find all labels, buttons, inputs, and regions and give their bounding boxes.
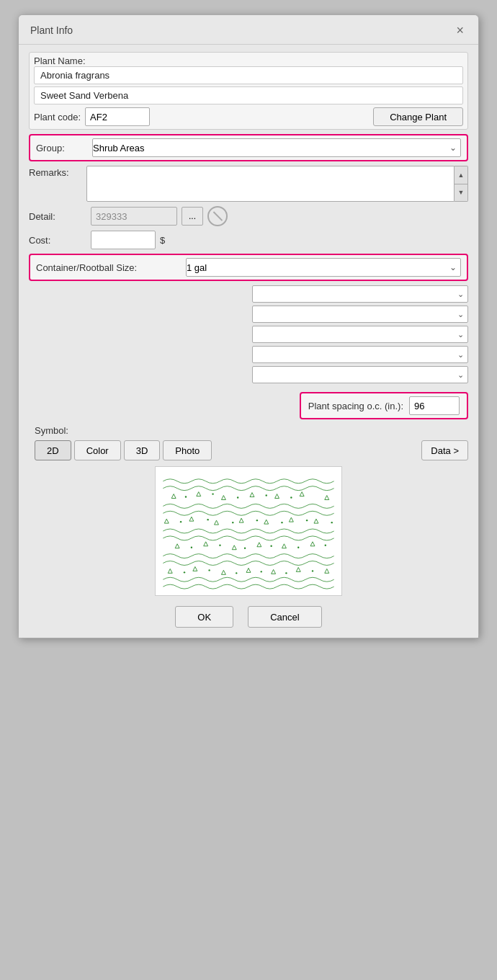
svg-point-42 <box>244 548 246 549</box>
svg-point-31 <box>266 494 267 496</box>
remarks-scrollbar: ▲ ▼ <box>455 166 468 202</box>
detail-ellipsis-button[interactable]: ... <box>182 207 203 226</box>
svg-point-39 <box>331 522 333 523</box>
cancel-button[interactable]: Cancel <box>248 606 321 628</box>
container-label: Container/Rootball Size: <box>36 262 180 273</box>
container-section: Container/Rootball Size: 1 gal 5 gal 15 … <box>29 254 468 281</box>
svg-point-47 <box>208 569 210 571</box>
dialog-title: Plant Info <box>30 24 73 36</box>
container-row: Container/Rootball Size: 1 gal 5 gal 15 … <box>36 258 461 277</box>
dialog-header: Plant Info × <box>19 15 478 45</box>
change-plant-button[interactable]: Change Plant <box>373 107 463 126</box>
data-button[interactable]: Data > <box>421 440 468 460</box>
extra-dropdown-1-row: ⌄ <box>29 285 468 303</box>
plant-info-dialog: Plant Info × Plant Name: Abronia fragran… <box>18 14 479 638</box>
cost-section: Cost: $ <box>29 231 468 249</box>
svg-point-51 <box>312 570 313 571</box>
plant-code-input[interactable] <box>85 107 150 126</box>
symbol-buttons-row: 2D Color 3D Photo Data > <box>35 440 468 460</box>
plant-name-line1: Abronia fragrans <box>34 66 463 84</box>
spacing-input[interactable] <box>409 396 460 415</box>
detail-section: Detail: ... <box>29 206 468 226</box>
extra-dropdown-5-wrapper: ⌄ <box>252 366 468 383</box>
cost-label: Cost: <box>29 235 86 246</box>
symbol-section: Symbol: 2D Color 3D Photo Data > <box>29 425 468 596</box>
extra-dropdown-3[interactable] <box>252 326 468 343</box>
group-section: Group: Shrub Areas Trees Ground Cover An… <box>29 134 468 161</box>
svg-point-36 <box>256 520 258 521</box>
container-select[interactable]: 1 gal 5 gal 15 gal 24" box 36" box <box>186 258 461 277</box>
svg-point-48 <box>236 572 237 574</box>
symbol-preview <box>155 466 342 596</box>
extra-dropdown-2[interactable] <box>252 306 468 323</box>
extra-dropdown-4-wrapper: ⌄ <box>252 346 468 363</box>
currency-symbol: $ <box>160 235 165 246</box>
close-button[interactable]: × <box>453 22 467 38</box>
container-select-wrapper: 1 gal 5 gal 15 gal 24" box 36" box ⌄ <box>186 258 461 277</box>
svg-point-35 <box>232 522 233 523</box>
spacing-highlight: Plant spacing o.c. (in.): <box>300 392 468 419</box>
footer-buttons: OK Cancel <box>29 606 468 628</box>
extra-dropdown-2-wrapper: ⌄ <box>252 306 468 323</box>
svg-point-32 <box>290 496 292 498</box>
extra-dropdown-1[interactable] <box>252 285 468 303</box>
group-label: Group: <box>36 143 86 153</box>
detail-input[interactable] <box>91 207 177 226</box>
symbol-photo-button[interactable]: Photo <box>163 440 212 460</box>
scroll-up-button[interactable]: ▲ <box>455 166 467 184</box>
svg-point-29 <box>212 493 213 494</box>
svg-point-44 <box>297 547 299 548</box>
ok-button[interactable]: OK <box>175 606 233 628</box>
symbol-2d-button[interactable]: 2D <box>35 440 71 460</box>
svg-point-46 <box>184 571 185 573</box>
plant-name-line2: Sweet Sand Verbena <box>34 86 463 104</box>
symbol-svg <box>156 467 341 595</box>
remarks-textarea[interactable] <box>86 166 455 202</box>
scroll-down-button[interactable]: ▼ <box>455 184 467 202</box>
symbol-label: Symbol: <box>35 425 468 436</box>
group-select-wrapper: Shrub Areas Trees Ground Cover Annuals P… <box>92 138 461 157</box>
plant-code-label: Plant code: <box>34 112 81 122</box>
svg-point-30 <box>237 496 238 498</box>
extra-dropdown-3-row: ⌄ <box>29 326 468 343</box>
extra-dropdown-4-row: ⌄ <box>29 346 468 363</box>
cost-input[interactable] <box>91 231 156 249</box>
remarks-textarea-wrapper: ▲ ▼ <box>86 166 468 202</box>
remarks-label: Remarks: <box>29 166 86 178</box>
svg-point-34 <box>207 519 208 520</box>
extra-dropdown-4[interactable] <box>252 346 468 363</box>
svg-point-45 <box>325 545 326 546</box>
spacing-section: Plant spacing o.c. (in.): <box>29 392 468 419</box>
group-select[interactable]: Shrub Areas Trees Ground Cover Annuals P… <box>92 138 461 157</box>
svg-point-33 <box>180 521 182 522</box>
svg-point-41 <box>219 545 220 546</box>
extra-dropdown-3-wrapper: ⌄ <box>252 326 468 343</box>
svg-point-43 <box>270 545 272 547</box>
remarks-section: Remarks: ▲ ▼ <box>29 166 468 202</box>
svg-point-38 <box>306 520 308 521</box>
svg-point-40 <box>191 547 192 548</box>
extra-dropdown-1-wrapper: ⌄ <box>252 285 468 303</box>
no-symbol-icon <box>207 206 228 226</box>
svg-point-50 <box>285 572 287 574</box>
extra-dropdown-5-row: ⌄ <box>29 366 468 383</box>
dialog-body: Plant Name: Abronia fragrans Sweet Sand … <box>19 45 478 638</box>
plant-name-label: Plant Name: <box>34 55 463 66</box>
detail-label: Detail: <box>29 211 86 222</box>
group-row: Group: Shrub Areas Trees Ground Cover An… <box>36 138 461 157</box>
svg-point-28 <box>185 496 187 497</box>
plant-name-section: Plant Name: Abronia fragrans Sweet Sand … <box>29 52 468 130</box>
svg-point-37 <box>281 522 282 523</box>
symbol-3d-button[interactable]: 3D <box>124 440 161 460</box>
plant-code-row: Plant code: Change Plant <box>34 107 463 126</box>
symbol-color-button[interactable]: Color <box>74 440 121 460</box>
extra-dropdown-2-row: ⌄ <box>29 306 468 323</box>
extra-dropdown-5[interactable] <box>252 366 468 383</box>
spacing-label: Plant spacing o.c. (in.): <box>308 401 403 411</box>
svg-point-49 <box>261 571 262 572</box>
